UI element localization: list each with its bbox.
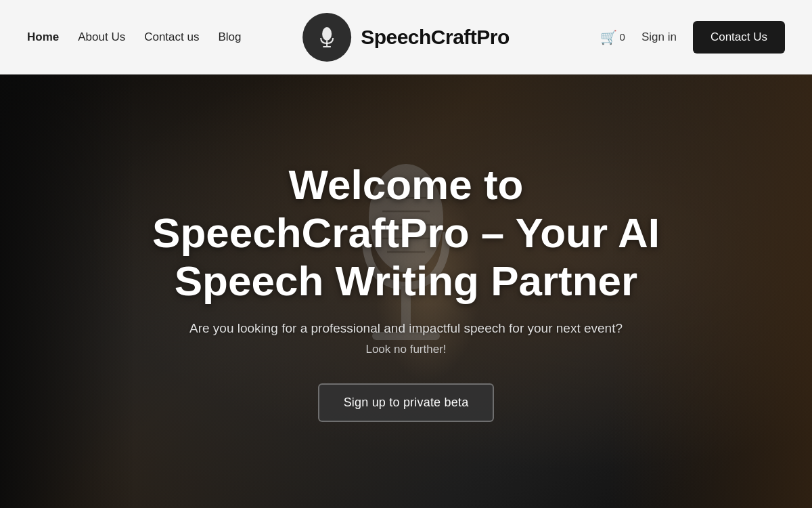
- nav-contact-us[interactable]: Contact us: [144, 30, 199, 44]
- contact-us-button[interactable]: Contact Us: [693, 21, 785, 54]
- svg-rect-2: [323, 46, 331, 47]
- logo: SpeechCraftPro: [302, 13, 510, 62]
- nav-blog[interactable]: Blog: [218, 30, 241, 44]
- cart-icon: 🛒: [600, 29, 617, 45]
- cart-count: 0: [620, 31, 625, 43]
- nav-left: Home About Us Contact us Blog: [27, 30, 241, 44]
- nav-home[interactable]: Home: [27, 30, 59, 44]
- logo-icon: [302, 13, 351, 62]
- signup-beta-button[interactable]: Sign up to private beta: [318, 383, 495, 422]
- nav-about[interactable]: About Us: [78, 30, 125, 44]
- hero-section: Welcome to SpeechCraftPro – Your AI Spee…: [0, 75, 812, 508]
- hero-content: Welcome to SpeechCraftPro – Your AI Spee…: [102, 161, 710, 423]
- hero-title: Welcome to SpeechCraftPro – Your AI Spee…: [129, 161, 683, 305]
- svg-point-0: [322, 27, 332, 41]
- navbar: Home About Us Contact us Blog SpeechCraf…: [0, 0, 812, 75]
- microphone-logo-icon: [313, 23, 341, 51]
- cart-button[interactable]: 🛒 0: [600, 29, 625, 45]
- hero-subtitle: Are you looking for a professional and i…: [129, 321, 683, 336]
- nav-right: 🛒 0 Sign in Contact Us: [600, 21, 785, 54]
- logo-text: SpeechCraftPro: [361, 26, 510, 49]
- sign-in-link[interactable]: Sign in: [641, 30, 677, 44]
- hero-tagline: Look no further!: [129, 343, 683, 356]
